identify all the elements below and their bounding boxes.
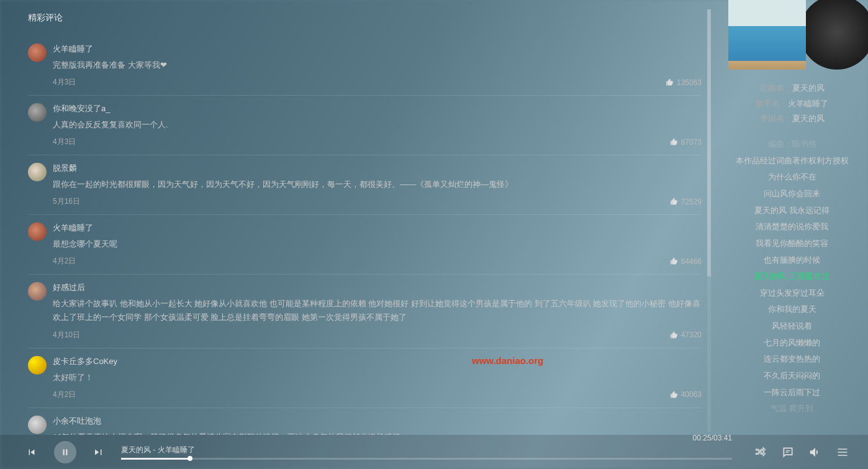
album-art <box>728 0 856 71</box>
player-bar: 夏天的风 - 火羊瞌睡了 00:25/03:41 <box>0 435 868 469</box>
lyric-line[interactable]: 也有腼腆的时候 <box>728 252 856 269</box>
previous-button[interactable] <box>25 445 38 459</box>
shuffle-button[interactable] <box>754 445 767 459</box>
like-button[interactable]: 40063 <box>670 390 702 399</box>
comment-date: 4月10日 <box>53 330 80 340</box>
lyrics-panel: 编曲：陈书伟本作品经过词曲著作权利方授权为什么你不在问山风你会回来夏天的风 我永… <box>728 136 856 417</box>
comment-text: 18年的夏天真让人怀念啊，等了很多年的爱情公寓在影院放映了，而这么多年的我们却分… <box>53 430 702 435</box>
comment-item: 脱景麟 跟你在一起的时光都很耀眼，因为天气好，因为天气不好，因为天气刚刚好，每一… <box>28 155 702 215</box>
sidebar: 歌曲名：夏天的风 歌手名：火羊瞌睡了 专辑名：夏天的风 编曲：陈书伟本作品经过词… <box>716 0 868 435</box>
now-playing-label: 夏天的风 - 火羊瞌睡了 <box>121 445 732 455</box>
avatar[interactable] <box>28 103 47 122</box>
avatar[interactable] <box>28 416 47 434</box>
lyric-line[interactable]: 七月的风懒懒的 <box>728 335 856 352</box>
thumb-up-icon <box>666 78 674 86</box>
like-button[interactable]: 135063 <box>666 78 702 87</box>
album-name-row: 专辑名：夏天的风 <box>728 111 856 127</box>
lyric-line[interactable]: 连云都变热热的 <box>728 351 856 368</box>
comment-date: 5月16日 <box>53 196 80 207</box>
lyrics-icon <box>782 446 794 458</box>
like-count: 135063 <box>677 78 702 87</box>
like-count: 72529 <box>681 198 702 206</box>
comment-username[interactable]: 小余不吐泡泡 <box>53 416 702 427</box>
lyric-line[interactable]: 为什么你不在 <box>728 169 856 186</box>
volume-button[interactable] <box>808 445 822 459</box>
lyric-line[interactable]: 编曲：陈书伟 <box>728 136 856 153</box>
comment-username[interactable]: 火羊瞌睡了 <box>53 43 702 55</box>
watermark: www.daniao.org <box>472 355 543 366</box>
lyric-line[interactable]: 问山风你会回来 <box>728 186 856 203</box>
comment-text: 给大家讲个故事叭 他和她从小一起长大 她好像从小就喜欢他 也可能是某种程度上的依… <box>53 297 702 324</box>
lyric-line[interactable]: 穿过头发穿过耳朵 <box>728 285 856 302</box>
progress-fill <box>121 458 190 460</box>
pause-button[interactable] <box>54 441 76 463</box>
song-name-row: 歌曲名：夏天的风 <box>728 81 856 96</box>
lyrics-button[interactable] <box>781 445 795 459</box>
comment-username[interactable]: 你和晚安没了a_ <box>53 103 702 114</box>
prev-icon <box>26 447 37 458</box>
comment-item: 你和晚安没了a_ 人真的会反反复复喜欢同一个人. 4月3日 87073 <box>28 96 702 155</box>
comments-list: 火羊瞌睡了 完整版我再准备准备 大家等我❤ 4月3日 135063 你和晚安没了… <box>28 36 711 435</box>
comment-text: 人真的会反反复复喜欢同一个人. <box>53 118 702 132</box>
comment-text: 跟你在一起的时光都很耀眼，因为天气好，因为天气不好，因为天气刚刚好，每一天，都很… <box>53 178 702 191</box>
avatar[interactable] <box>28 356 47 375</box>
comment-item: 皮卡丘多多CoKey 太好听了！ 4月2日 40063 <box>28 348 702 408</box>
comment-text: 最想念哪个夏天呢 <box>53 237 702 251</box>
comment-text: 完整版我再准备准备 大家等我❤ <box>53 58 702 72</box>
thumb-up-icon <box>670 391 678 399</box>
lyric-line[interactable]: 一阵云后雨下过 <box>728 385 856 401</box>
comment-text: 太好听了！ <box>53 371 702 385</box>
thumb-up-icon <box>670 257 678 265</box>
comment-item: 小余不吐泡泡 18年的夏天真让人怀念啊，等了很多年的爱情公寓在影院放映了，而这么… <box>28 408 702 435</box>
pause-icon <box>61 448 70 457</box>
lyric-line[interactable]: 我看见你酷酷的笑容 <box>728 235 856 252</box>
comment-username[interactable]: 好感过后 <box>53 282 702 293</box>
scrollbar[interactable] <box>707 9 711 432</box>
thumb-up-icon <box>670 198 678 206</box>
lyric-line[interactable]: 本作品经过词曲著作权利方授权 <box>728 153 856 170</box>
volume-icon <box>808 445 822 459</box>
comment-date: 4月3日 <box>53 137 76 147</box>
like-button[interactable]: 47320 <box>670 330 702 339</box>
comment-date: 4月2日 <box>53 389 76 400</box>
comment-date: 4月3日 <box>53 77 76 88</box>
like-button[interactable]: 87073 <box>670 138 702 147</box>
section-title: 精彩评论 <box>28 12 711 24</box>
shuffle-icon <box>754 446 767 458</box>
avatar[interactable] <box>28 222 47 241</box>
like-count: 40063 <box>681 390 702 399</box>
scrollbar-thumb[interactable] <box>707 9 711 276</box>
lyric-line[interactable]: 气温 爬升到 <box>728 401 856 417</box>
comment-item: 好感过后 给大家讲个故事叭 他和她从小一起长大 她好像从小就喜欢他 也可能是某种… <box>28 275 702 348</box>
next-icon <box>93 447 104 458</box>
like-count: 64466 <box>681 257 702 266</box>
artist-name-row: 歌手名：火羊瞌睡了 <box>728 96 856 112</box>
next-button[interactable] <box>92 445 106 459</box>
lyric-line[interactable]: 清清楚楚的说你爱我 <box>728 219 856 235</box>
avatar[interactable] <box>28 163 47 181</box>
thumb-up-icon <box>670 331 678 339</box>
time-display: 00:25/03:41 <box>693 434 732 442</box>
playlist-icon <box>836 446 849 458</box>
comment-username[interactable]: 皮卡丘多多CoKey <box>53 356 702 367</box>
like-count: 47320 <box>681 330 702 339</box>
like-button[interactable]: 72529 <box>670 198 702 206</box>
comment-username[interactable]: 脱景麟 <box>53 163 702 174</box>
comment-item: 火羊瞌睡了 最想念哪个夏天呢 4月2日 64466 <box>28 215 702 275</box>
comment-date: 4月2日 <box>53 256 76 266</box>
playlist-button[interactable] <box>836 445 849 459</box>
progress-track[interactable] <box>121 458 732 460</box>
lyric-line[interactable]: 夏天的风 我永远记得 <box>728 203 856 219</box>
like-count: 87073 <box>681 138 702 147</box>
like-button[interactable]: 64466 <box>670 257 702 266</box>
comment-username[interactable]: 火羊瞌睡了 <box>53 222 702 234</box>
lyric-line[interactable]: 不久后天闷闷的 <box>728 368 856 385</box>
thumb-up-icon <box>670 138 678 146</box>
lyric-line[interactable]: 风轻轻说着 <box>728 318 856 335</box>
avatar[interactable] <box>28 43 47 62</box>
avatar[interactable] <box>28 282 47 301</box>
comment-item: 火羊瞌睡了 完整版我再准备准备 大家等我❤ 4月3日 135063 <box>28 36 702 96</box>
lyric-line[interactable]: 夏天的风 正暖暖吹过 <box>728 268 856 285</box>
lyric-line[interactable]: 你和我的夏天 <box>728 301 856 318</box>
